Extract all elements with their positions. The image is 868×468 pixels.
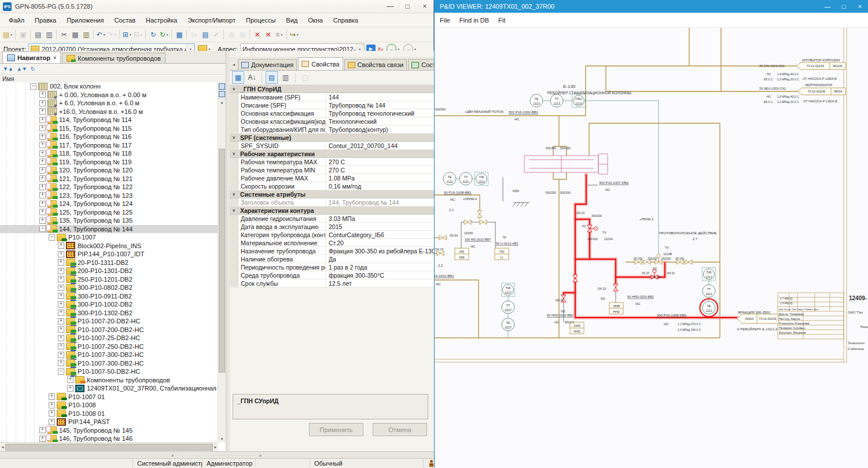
- tree-item[interactable]: −P10-1007-50-DB2-HC: [0, 367, 218, 376]
- expand-icon[interactable]: +: [39, 125, 46, 131]
- property-row[interactable]: Основная классификация(код)Технологическ…: [230, 117, 434, 126]
- menu-item[interactable]: Процессы: [241, 15, 281, 25]
- property-row[interactable]: Категория трубопровода (контур)ConturCat…: [230, 231, 434, 239]
- synchronize-icon[interactable]: ↻▼: [159, 29, 170, 40]
- expand-icon[interactable]: +: [58, 242, 64, 249]
- property-row[interactable]: Назначение трубопроводаФракция 300-350 и…: [230, 247, 434, 255]
- expand-icon[interactable]: +: [39, 134, 46, 140]
- menu-item[interactable]: Правка: [30, 15, 61, 25]
- tree-item[interactable]: +120, Трубопровод № 120: [0, 166, 218, 175]
- apply-button[interactable]: Применить: [309, 423, 363, 436]
- tab-scroll-left-icon[interactable]: ◄: [231, 59, 237, 70]
- categorized-icon[interactable]: ▦: [232, 71, 244, 84]
- expand-icon[interactable]: +: [39, 209, 46, 215]
- tree-item[interactable]: +P10-1007-200-DB2-HC: [0, 326, 218, 334]
- scroll-up-icon[interactable]: ▲: [218, 99, 226, 106]
- collapse-icon[interactable]: −: [39, 226, 46, 232]
- sort-az-icon[interactable]: A↓: [246, 71, 258, 84]
- navigator-refresh-tree-icon[interactable]: ↻: [31, 66, 35, 72]
- tree-item[interactable]: +124, Трубопровод № 124: [0, 200, 218, 208]
- navigator-filter-icon[interactable]: ▼▲: [3, 66, 13, 72]
- expand-icon[interactable]: +: [58, 251, 64, 257]
- dropdown-arrow-icon[interactable]: ▼: [129, 33, 132, 36]
- tree-item[interactable]: +P10-1007-300-DB2-HC: [0, 359, 218, 368]
- expand-icon[interactable]: +: [39, 100, 46, 106]
- property-group-row[interactable]: ∨Характеристики контура: [230, 207, 434, 215]
- paste-icon[interactable]: ▥: [80, 29, 91, 40]
- expand-icon[interactable]: +: [49, 402, 55, 408]
- instrument-bubble-TIR-1111[interactable]: TIR1111: [475, 172, 488, 186]
- collapse-icon[interactable]: −: [58, 368, 64, 375]
- tree-vertical-scrollbar[interactable]: ▲ ▼: [218, 82, 226, 443]
- tree-item[interactable]: +P10-1008: [0, 401, 218, 410]
- instrument-bubble-TT-1112[interactable]: TT1112: [703, 285, 715, 297]
- tab-Свойства[interactable]: Свойства: [298, 57, 343, 70]
- insert-object-icon[interactable]: ⊞▼: [122, 29, 133, 40]
- tree-item[interactable]: +117, Трубопровод № 117: [0, 141, 218, 150]
- expand-icon[interactable]: +: [58, 318, 64, 325]
- tree-item[interactable]: +123, Трубопровод № 123: [0, 191, 218, 200]
- collapse-chevron-icon[interactable]: ∨: [230, 150, 238, 157]
- expand-icon[interactable]: +: [39, 175, 46, 182]
- instrument-bubble-TE-1111[interactable]: TE1111: [443, 172, 456, 185]
- panel-mini-buttons[interactable]: [218, 82, 226, 99]
- expand-icon[interactable]: +: [39, 436, 46, 442]
- expand-icon[interactable]: +: [39, 427, 46, 433]
- hscroll-thumb[interactable]: [5, 444, 213, 451]
- dropdown-arrow-icon[interactable]: ▼: [103, 33, 106, 36]
- expand-icon[interactable]: +: [58, 301, 64, 308]
- tree-item[interactable]: +P10-1007-300-DB2-HC: [0, 351, 218, 359]
- list-view-icon[interactable]: ≡▼: [274, 29, 285, 40]
- pid-menu-item[interactable]: Fit: [498, 17, 505, 24]
- close-tab-icon[interactable]: ×: [53, 55, 56, 61]
- instrument-bubble-TE-1112[interactable]: TE1112: [700, 299, 718, 317]
- menu-item[interactable]: Справка: [328, 15, 363, 25]
- minimize-button[interactable]: —: [381, 0, 399, 13]
- expand-icon[interactable]: +: [49, 419, 55, 425]
- project-tools-dropdown-icon[interactable]: ▼: [208, 47, 211, 51]
- cancel-button[interactable]: Отмена: [373, 423, 427, 436]
- expand-icon[interactable]: +: [58, 352, 64, 358]
- property-group-row[interactable]: ∨_ГПН СУпрИД: [230, 85, 434, 93]
- copy-icon[interactable]: ▦: [69, 29, 80, 40]
- scroll-right-icon[interactable]: ►: [213, 445, 218, 449]
- tree-item[interactable]: +12409TX01_002_37R00, Стабилизационная к…: [0, 384, 218, 393]
- tree-item[interactable]: +PIP.144_PAST: [0, 418, 218, 426]
- details-view-icon[interactable]: ▤: [266, 71, 278, 84]
- tree-item[interactable]: +PIP.144_P10-1007_IDT: [0, 250, 218, 259]
- tree-item[interactable]: +P10-1007 01: [0, 393, 218, 401]
- print-icon[interactable]: ▤: [32, 29, 43, 40]
- instrument-bubble-TIRC-1113[interactable]: TIRC1113: [572, 94, 586, 108]
- collapse-chevron-icon[interactable]: ∨: [230, 207, 238, 214]
- pid-maximize-button[interactable]: □: [836, 0, 852, 13]
- property-row[interactable]: Наименование (SPF)144: [230, 93, 434, 101]
- navigator-sort-icon[interactable]: ▲▼: [17, 66, 27, 72]
- tree-item[interactable]: −144, Трубопровод № 144: [0, 225, 218, 234]
- expand-icon[interactable]: +: [58, 343, 64, 349]
- cut-icon[interactable]: ✂: [58, 29, 69, 40]
- expand-icon[interactable]: +: [58, 293, 64, 299]
- instrument-bubble-TIR-1027[interactable]: TIR1027: [502, 283, 515, 297]
- tree-item[interactable]: +115, Трубопровод № 115: [0, 124, 218, 133]
- menu-item[interactable]: Вид: [281, 15, 303, 25]
- navigator-tab[interactable]: Компоненты трубопроводов: [62, 53, 165, 63]
- tab-Свойства связи[interactable]: Свойства связи: [344, 59, 407, 70]
- menu-item[interactable]: Состав: [109, 15, 141, 25]
- scroll-left-icon[interactable]: ◄: [0, 445, 5, 449]
- tree-item[interactable]: +P10-1007-250-DB2-HC: [0, 342, 218, 351]
- property-row[interactable]: Среда трубопроводафракция 300-350°С: [230, 271, 434, 279]
- property-row[interactable]: Дата ввода в эксплуатацию2015: [230, 223, 434, 231]
- tree-item[interactable]: +300-P10-0802-DB2: [0, 283, 218, 292]
- scroll-down-icon[interactable]: ▼: [218, 436, 226, 443]
- expand-icon[interactable]: +: [58, 285, 64, 291]
- collapse-icon[interactable]: −: [30, 83, 36, 90]
- close-button[interactable]: ×: [416, 0, 433, 13]
- dropdown-arrow-icon[interactable]: ▼: [296, 33, 299, 36]
- copy-object-icon[interactable]: ▤: [200, 29, 211, 40]
- expand-icon[interactable]: +: [58, 259, 64, 266]
- tree-item[interactable]: +114, Трубопровод № 114: [0, 116, 218, 124]
- delete-link-icon[interactable]: ✕: [263, 29, 274, 40]
- expand-icon[interactable]: +: [67, 385, 73, 392]
- tree-item[interactable]: ++ 6.0, Условная в.о. + 6.0 м: [0, 99, 218, 108]
- collapse-chevron-icon[interactable]: ∨: [230, 85, 238, 93]
